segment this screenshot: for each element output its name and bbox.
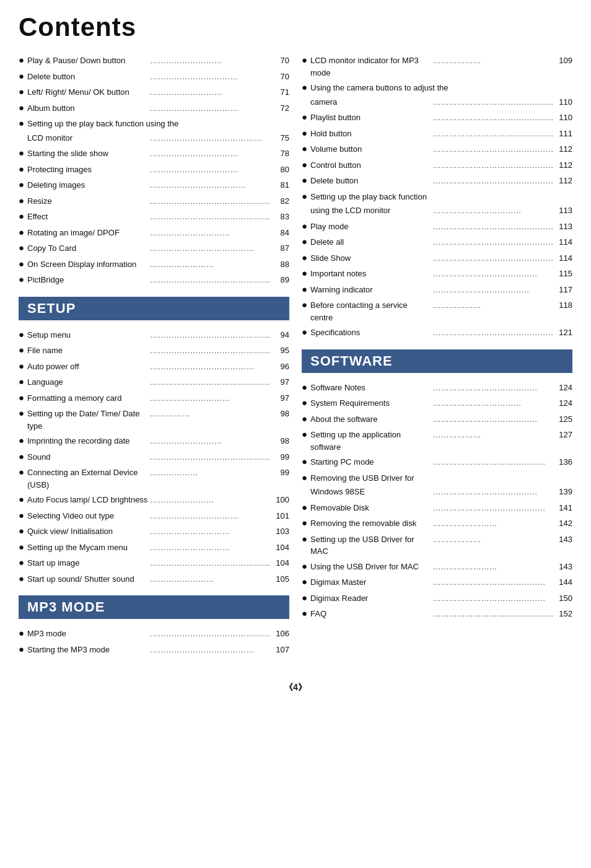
bullet-icon: ● <box>302 235 308 248</box>
toc-page-number: 111 <box>555 128 572 140</box>
bullet-icon: ● <box>19 116 25 129</box>
toc-entry-text: Quick view/ Initialisation <box>27 525 148 538</box>
toc-dots: ………………………………… <box>433 486 554 499</box>
toc-dots: ……………………………… <box>150 179 271 192</box>
toc-dots: …………………………………………… <box>433 221 554 234</box>
bullet-icon: ● <box>19 226 25 239</box>
bullet-icon: ● <box>19 406 25 419</box>
list-item: camera…………………………………………110 <box>302 96 572 109</box>
bullet-icon: ● <box>302 158 308 171</box>
toc-entry-text: Left/ Right/ Menu/ OK button <box>27 86 148 99</box>
toc-dots: …………………………… <box>150 510 271 523</box>
toc-dots: ………………………………… <box>150 242 271 255</box>
toc-page-number: 97 <box>272 392 289 405</box>
toc-page-number: 95 <box>272 344 289 357</box>
page-footer: 《4》 <box>19 682 572 693</box>
toc-entry-text: Removing the USB Driver for <box>310 472 572 484</box>
list-item: ●Using the camera buttons to adjust the <box>302 81 572 94</box>
toc-page-number: 84 <box>272 227 289 239</box>
list-item: ●Setting up the play back function using… <box>19 116 289 130</box>
toc-page-number: 75 <box>272 132 289 144</box>
bullet-icon: ● <box>302 607 308 620</box>
bullet-icon: ● <box>302 532 308 545</box>
bullet-icon: ● <box>302 173 308 186</box>
list-item: ●Auto power off…………………………………96 <box>19 359 289 374</box>
toc-dots: ………………………… <box>150 541 271 555</box>
toc-entry-text: LCD monitor indicator for MP3 mode <box>310 55 431 79</box>
toc-page-number: 104 <box>272 541 289 554</box>
toc-page-number: 72 <box>272 102 289 115</box>
toc-page-number: 143 <box>555 561 572 573</box>
toc-dots: …………………………………… <box>433 502 554 515</box>
toc-page-number: 127 <box>555 429 572 441</box>
toc-dots: ……………………… <box>150 86 271 99</box>
bullet-icon: ● <box>302 412 308 425</box>
toc-dots: ………………………………………… <box>150 344 271 357</box>
list-item: ●Album button……………………………72 <box>19 101 289 115</box>
toc-page-number: 117 <box>555 284 572 296</box>
toc-dots: ……………… <box>433 299 554 312</box>
list-item: ●Language……………………………………………97 <box>19 375 289 389</box>
toc-dots: …………………… <box>433 561 554 574</box>
toc-dots: …………………………………… <box>433 592 554 605</box>
bullet-icon: ● <box>19 626 25 639</box>
toc-page-number: 100 <box>272 494 289 506</box>
list-item: ●Setting up the Date/ Time/ Date type………… <box>19 406 289 432</box>
toc-entry-text: Setting up the Date/ Time/ Date type <box>27 408 148 432</box>
bullet-icon: ● <box>302 380 308 393</box>
list-item: ●About the software…………………………………125 <box>302 412 572 426</box>
bullet-icon: ● <box>19 391 25 404</box>
bullet-icon: ● <box>302 591 308 604</box>
list-item: ●Sound……………………………………………………99 <box>19 450 289 464</box>
list-item: ●Setting up the play back function <box>302 190 572 203</box>
toc-dots: …………………………………………………… <box>433 608 554 621</box>
list-item: ●Left/ Right/ Menu/ OK button………………………71 <box>19 85 289 99</box>
toc-page-number: 82 <box>272 195 289 208</box>
list-item: ●Rotating an image/ DPOF…………………………84 <box>19 226 289 240</box>
toc-entry-text: Setting up the USB Driver for MAC <box>310 533 431 558</box>
bullet-icon: ● <box>302 190 308 203</box>
toc-entry-text: Sound <box>27 451 148 463</box>
bullet-icon: ● <box>19 178 25 191</box>
toc-dots: …………………………………………………… <box>150 451 271 464</box>
toc-entry-text: Starting the slide show <box>27 147 148 160</box>
toc-entry-text: Delete button <box>27 71 148 83</box>
bullet-icon: ● <box>302 501 308 514</box>
bullet-icon: ● <box>302 396 308 409</box>
toc-page-number: 99 <box>272 451 289 463</box>
list-item: ●FAQ……………………………………………………152 <box>302 607 572 621</box>
toc-entry-text: Hold button <box>310 128 431 140</box>
list-item: ●Protecting images……………………………80 <box>19 162 289 177</box>
toc-entry-text: Setup menu <box>27 329 148 341</box>
bullet-icon: ● <box>19 101 25 114</box>
toc-dots: ……………………………………… <box>150 329 271 342</box>
software-toc: ●Software Notes…………………………………124●System R… <box>302 380 572 621</box>
toc-entry-text: Removable Disk <box>310 502 431 514</box>
toc-page-number: 139 <box>555 486 572 498</box>
toc-page-number: 97 <box>272 376 289 388</box>
toc-dots: ………………………………………… <box>150 557 271 570</box>
list-item: ●Digimax Master……………………………………144 <box>302 575 572 589</box>
bullet-icon: ● <box>19 642 25 655</box>
bullet-icon: ● <box>19 524 25 537</box>
toc-dots: ………………………… <box>150 227 271 240</box>
list-item: ●Specifications………………………………………121 <box>302 325 572 340</box>
list-item: ●On Screen Display information……………………88 <box>19 257 289 271</box>
toc-page-number: 152 <box>555 608 572 620</box>
right-column: ●LCD monitor indicator for MP3 mode……………… <box>302 53 572 664</box>
list-item: ●Quick view/ Initialisation…………………………103 <box>19 524 289 538</box>
toc-entry-text: Starting PC mode <box>310 456 431 468</box>
toc-entry-text: Selecting Video out type <box>27 510 148 522</box>
toc-dots: …………………………………… <box>433 456 554 469</box>
toc-page-number: 83 <box>272 211 289 223</box>
toc-dots: …………………… <box>150 258 271 271</box>
toc-entry-text: Delete button <box>310 175 431 187</box>
toc-dots: ………………………………………… <box>433 96 554 109</box>
toc-page-number: 110 <box>555 96 572 108</box>
toc-page-number: 101 <box>272 510 289 522</box>
toc-page-number: 87 <box>272 242 289 255</box>
toc-entry-text: Specifications <box>310 327 431 339</box>
toc-entry-text: Auto power off <box>27 361 148 373</box>
toc-dots: …………………………………… <box>433 576 554 589</box>
toc-page-number: 142 <box>555 517 572 530</box>
